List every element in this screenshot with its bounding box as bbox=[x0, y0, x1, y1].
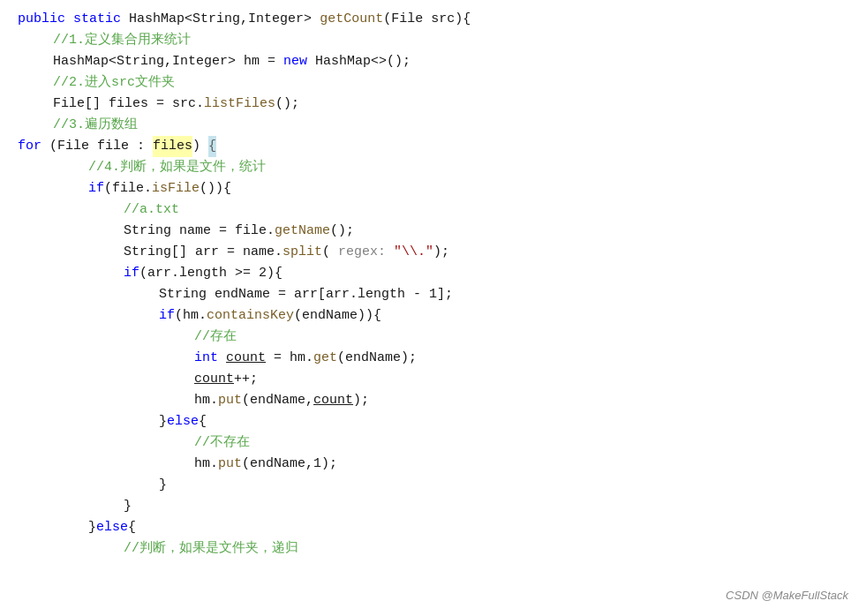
class-string: String bbox=[124, 221, 171, 242]
code-line-count-increment: count ++; bbox=[18, 369, 866, 390]
code-line-comment-not-exists: //不存在 bbox=[18, 432, 866, 454]
comment-exists: //存在 bbox=[194, 327, 237, 348]
comment-not-exists: //不存在 bbox=[194, 432, 250, 454]
code-line-hm-put-count: hm. put (endName, count ); bbox=[18, 390, 866, 411]
code-line-hm-put-1: hm. put (endName,1); bbox=[18, 454, 866, 475]
keyword-new: new bbox=[283, 51, 307, 72]
comment-3: //3.遍历数组 bbox=[53, 115, 138, 136]
code-line-comment-else: //判断，如果是文件夹，递归 bbox=[18, 538, 866, 560]
watermark: CSDN @MakeFullStack bbox=[726, 587, 848, 605]
comment-2: //2.进入src文件夹 bbox=[53, 72, 175, 94]
comment-4: //4.判断，如果是文件，统计 bbox=[88, 157, 266, 178]
method-getcount: getCount bbox=[320, 9, 383, 30]
keyword-if: if bbox=[88, 178, 104, 199]
code-line-comment4: //4.判断，如果是文件，统计 bbox=[18, 157, 866, 178]
code-line-comment-atxt: //a.txt bbox=[18, 199, 866, 221]
code-line-string-name: String name = file. getName (); bbox=[18, 221, 866, 242]
code-line-else2: } else { bbox=[18, 517, 866, 538]
class-file3: File bbox=[57, 136, 89, 157]
highlight-files: files bbox=[153, 136, 192, 157]
code-line-endname: String endName = arr[arr.length - 1]; bbox=[18, 284, 866, 305]
class-string2: String[] bbox=[124, 242, 187, 263]
code-line-if-length: if (arr.length >= 2){ bbox=[18, 263, 866, 284]
method-put: put bbox=[218, 390, 242, 411]
keyword-public: public bbox=[18, 9, 65, 30]
method-get: get bbox=[313, 348, 337, 369]
code-line-comment2: //2.进入src文件夹 bbox=[18, 72, 866, 94]
code-line-else: } else { bbox=[18, 411, 866, 432]
keyword-for: for bbox=[18, 136, 41, 157]
code-line-containskey: if (hm. containsKey (endName)){ bbox=[18, 305, 866, 327]
code-line-close1: } bbox=[18, 475, 866, 496]
code-line-for: for ( File file : files ) { bbox=[18, 136, 866, 157]
keyword-static: static bbox=[73, 9, 121, 30]
var-count: count bbox=[226, 348, 266, 369]
keyword-if2: if bbox=[124, 263, 139, 284]
comment-atxt: //a.txt bbox=[124, 199, 179, 221]
class-file: File bbox=[391, 9, 423, 30]
class-file2: File[] files = src. bbox=[53, 94, 204, 115]
var-count3: count bbox=[313, 390, 353, 411]
code-line-comment3: //3.遍历数组 bbox=[18, 115, 866, 136]
param-hint-regex: regex: bbox=[330, 242, 394, 263]
code-line-comment-exists: //存在 bbox=[18, 327, 866, 348]
code-line-comment1: //1.定义集合用来统计 bbox=[18, 30, 866, 51]
code-container: public static HashMap<String,Integer> ge… bbox=[0, 0, 866, 616]
comment-else: //判断，如果是文件夹，递归 bbox=[124, 538, 298, 560]
method-isfile: isFile bbox=[152, 178, 200, 199]
method-split: split bbox=[282, 242, 322, 263]
keyword-else2: else bbox=[96, 517, 128, 538]
keyword-else: else bbox=[167, 411, 199, 432]
code-line-hashmap-init: HashMap<String,Integer> hm = new HashMap… bbox=[18, 51, 866, 72]
code-line-file-array: File[] files = src. listFiles (); bbox=[18, 94, 866, 115]
class-hashmap: HashMap<String,Integer> bbox=[129, 9, 312, 30]
comment-1: //1.定义集合用来统计 bbox=[53, 30, 191, 51]
method-containskey: containsKey bbox=[207, 305, 294, 327]
code-line: public static HashMap<String,Integer> ge… bbox=[18, 9, 866, 30]
code-line-int-count: int count = hm. get (endName); bbox=[18, 348, 866, 369]
keyword-int: int bbox=[194, 348, 218, 369]
class-string3: String bbox=[159, 284, 207, 305]
string-regex: "\\." bbox=[394, 242, 433, 263]
var-count2: count bbox=[194, 369, 234, 390]
code-line-close2: } bbox=[18, 496, 866, 517]
method-getname: getName bbox=[275, 221, 330, 242]
keyword-if3: if bbox=[159, 305, 175, 327]
method-listfiles: listFiles bbox=[204, 94, 275, 115]
code-line-if-isfile: if (file. isFile ()){ bbox=[18, 178, 866, 199]
code-line-string-arr: String[] arr = name. split ( regex: "\\.… bbox=[18, 242, 866, 263]
highlight-brace-open: { bbox=[208, 136, 216, 157]
method-put2: put bbox=[218, 454, 242, 475]
